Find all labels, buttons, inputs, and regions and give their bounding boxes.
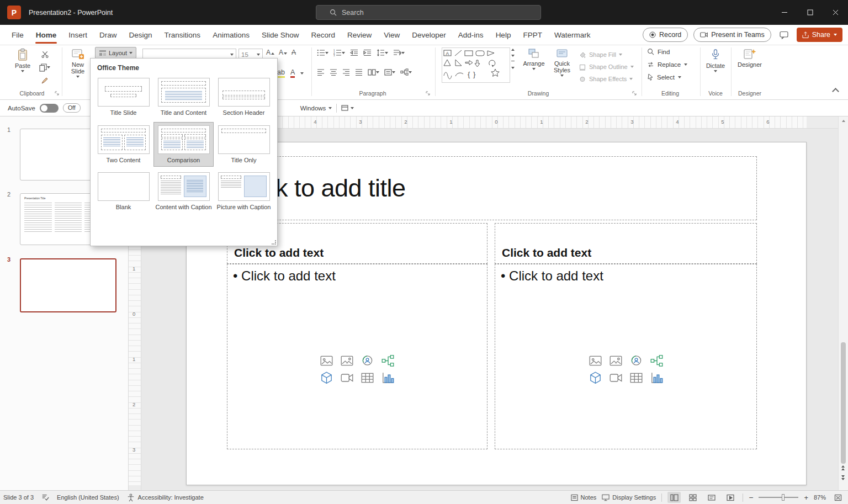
fit-slide-to-window-button[interactable] [831, 492, 845, 503]
present-in-teams-button[interactable]: Present in Teams [693, 28, 771, 42]
layout-button[interactable]: Layout [95, 47, 136, 59]
cut-button[interactable] [39, 49, 51, 60]
minimize-button[interactable] [772, 0, 797, 25]
record-button[interactable]: Record [643, 28, 688, 42]
tab-home[interactable]: Home [30, 26, 63, 44]
picture-icon[interactable] [340, 354, 354, 368]
normal-view-button[interactable] [667, 492, 681, 503]
tab-view[interactable]: View [378, 26, 406, 44]
left-content-placeholder[interactable]: • Click to add text [227, 264, 487, 449]
table-icon[interactable] [629, 371, 643, 385]
highlight-color-button[interactable]: ab [277, 68, 285, 78]
smartart-icon[interactable] [381, 354, 395, 368]
tab-slide-show[interactable]: Slide Show [256, 26, 305, 44]
layout-option-picture-with-caption[interactable]: Picture with Caption [214, 169, 273, 214]
layout-option-comparison[interactable]: Comparison [154, 123, 213, 167]
layout-option-content-with-caption[interactable]: Content with Caption [154, 169, 213, 214]
spell-check-icon[interactable] [41, 494, 49, 501]
shapes-gallery[interactable]: A {} [442, 47, 510, 83]
new-slide-button[interactable]: New Slide [65, 48, 91, 78]
grow-font-button[interactable]: A [266, 49, 274, 56]
tab-add-ins[interactable]: Add-ins [452, 26, 490, 44]
language-indicator[interactable]: English (United States) [57, 494, 119, 501]
slide-indicator[interactable]: Slide 3 of 3 [3, 494, 34, 501]
picture-icon[interactable] [608, 354, 623, 368]
shape-fill-button[interactable]: Shape Fill [579, 49, 634, 61]
slide-sorter-view-button[interactable] [686, 492, 699, 503]
clipboard-dialog-launcher[interactable] [54, 91, 60, 96]
share-button[interactable]: Share [797, 28, 842, 42]
cameo-icon[interactable] [629, 354, 643, 368]
tab-file[interactable]: File [6, 26, 30, 44]
increase-indent-button[interactable] [363, 49, 372, 56]
bullets-button[interactable] [317, 49, 328, 56]
chart-icon[interactable] [381, 371, 395, 385]
quick-styles-button[interactable]: Quick Styles [549, 48, 575, 77]
right-content-placeholder[interactable]: • Click to add text [495, 264, 757, 449]
smartart-icon[interactable] [649, 354, 664, 368]
3d-model-icon[interactable] [320, 371, 334, 385]
tab-design[interactable]: Design [123, 26, 158, 44]
layout-option-title-only[interactable]: Title Only [214, 123, 273, 167]
zoom-slider-thumb[interactable] [782, 494, 785, 501]
search-box[interactable]: Search [316, 5, 541, 20]
paste-button[interactable]: Paste [11, 48, 34, 72]
slideshow-view-button[interactable] [724, 492, 737, 503]
tab-insert[interactable]: Insert [62, 26, 93, 44]
shapes-scroll-down-icon[interactable] [511, 55, 515, 57]
previous-slide-button[interactable] [841, 465, 845, 470]
layout-option-title-slide[interactable]: Title Slide [94, 75, 153, 119]
format-painter-button[interactable] [39, 75, 51, 86]
dictate-button[interactable]: Dictate [703, 48, 728, 72]
next-slide-button[interactable] [841, 475, 845, 480]
zoom-slider[interactable] [759, 497, 798, 498]
tab-transitions[interactable]: Transitions [158, 26, 207, 44]
vertical-scrollbar[interactable] [838, 116, 848, 490]
tab-record[interactable]: Record [305, 26, 341, 44]
scrollbar-thumb[interactable] [841, 342, 846, 464]
tab-draw[interactable]: Draw [93, 26, 123, 44]
replace-button[interactable]: Replace [643, 58, 698, 71]
zoom-out-button[interactable]: − [749, 493, 753, 502]
justify-button[interactable] [355, 69, 363, 76]
tab-fppt[interactable]: FPPT [517, 26, 548, 44]
customize-qat-button[interactable] [341, 105, 354, 111]
tab-developer[interactable]: Developer [406, 26, 452, 44]
zoom-in-button[interactable]: + [804, 494, 808, 502]
text-direction-button[interactable] [393, 49, 405, 56]
tab-animations[interactable]: Animations [206, 26, 256, 44]
powerpoint-app-icon[interactable]: P [7, 6, 21, 19]
cameo-icon[interactable] [361, 354, 375, 368]
title-placeholder[interactable]: Click to add title [227, 156, 757, 220]
numbering-button[interactable]: 123 [333, 49, 345, 56]
tab-review[interactable]: Review [341, 26, 378, 44]
layout-option-blank[interactable]: Blank [94, 169, 153, 214]
shapes-scroll-up-icon[interactable] [511, 49, 515, 51]
shape-outline-button[interactable]: Shape Outline [579, 61, 634, 73]
stock-image-icon[interactable] [320, 354, 334, 368]
close-button[interactable] [823, 0, 848, 25]
find-button[interactable]: Find [643, 45, 698, 58]
shape-effects-button[interactable]: Shape Effects [579, 73, 634, 85]
tab-watermark[interactable]: Watermark [548, 26, 597, 44]
layout-option-section-header[interactable]: Section Header [214, 75, 273, 119]
notes-button[interactable]: Notes [571, 494, 597, 501]
scroll-up-icon[interactable] [842, 120, 845, 122]
qat-windows-button[interactable]: Windows [300, 105, 332, 112]
line-spacing-button[interactable] [377, 49, 388, 56]
paragraph-dialog-launcher[interactable] [425, 91, 431, 96]
collapse-ribbon-icon[interactable] [832, 88, 839, 95]
drawing-dialog-launcher[interactable] [632, 91, 637, 96]
display-settings-button[interactable]: Display Settings [602, 494, 656, 501]
shrink-font-button[interactable]: A [279, 49, 287, 56]
copy-button[interactable] [39, 62, 51, 73]
convert-to-smartart-button[interactable] [400, 68, 412, 76]
decrease-indent-button[interactable] [350, 49, 358, 56]
designer-button[interactable]: Designer [735, 48, 764, 68]
tab-help[interactable]: Help [490, 26, 517, 44]
video-icon[interactable] [340, 371, 354, 385]
maximize-button[interactable] [797, 0, 823, 25]
reading-view-button[interactable] [705, 492, 718, 503]
stock-image-icon[interactable] [588, 354, 602, 368]
columns-button[interactable] [368, 69, 379, 76]
